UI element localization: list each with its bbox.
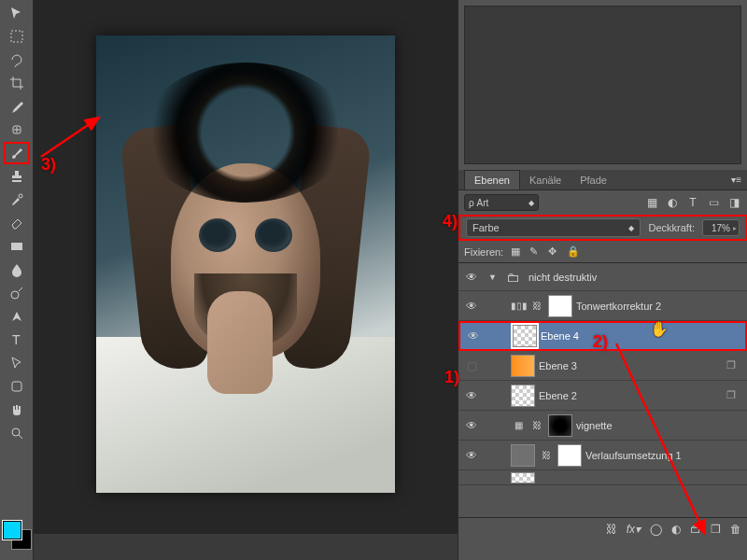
filter-shape-icon[interactable]: ▭ — [706, 195, 721, 210]
annotation-3: 3) — [41, 155, 56, 175]
panel-tabs: Ebenen Kanäle Pfade ▾≡ — [458, 170, 747, 190]
eraser-tool[interactable] — [4, 212, 30, 234]
lock-transparency-icon[interactable]: ▦ — [511, 245, 524, 259]
filter-pixel-icon[interactable]: ▦ — [644, 195, 659, 210]
svg-rect-0 — [11, 31, 22, 42]
layer-copy-icon[interactable]: ❐ — [726, 389, 741, 401]
stamp-tool[interactable] — [4, 165, 30, 188]
layer-filter-row: ρ Art◆ ▦ ◐ T ▭ ◨ — [458, 190, 747, 215]
gradient-tool[interactable] — [4, 235, 30, 258]
eyedropper-tool[interactable] — [4, 95, 30, 118]
visibility-toggle[interactable]: 👁 — [458, 419, 485, 432]
visibility-toggle[interactable]: 👁 — [458, 449, 485, 462]
layer-mask-thumb[interactable] — [557, 444, 582, 467]
layer-lock-row: Fixieren: ▦ ✎ ✥ 🔒 — [458, 241, 747, 263]
document-canvas[interactable] — [34, 0, 458, 534]
tools-panel: T — [0, 0, 34, 560]
lock-position-icon[interactable]: ✥ — [548, 245, 561, 259]
image-preview — [96, 35, 395, 493]
layer-thumb[interactable] — [511, 472, 535, 483]
opacity-label: Deckkraft: — [648, 222, 695, 233]
foreground-color-swatch[interactable] — [3, 521, 21, 539]
svg-rect-7 — [12, 382, 21, 391]
layer-name[interactable]: nicht destruktiv — [529, 272, 597, 283]
filter-smart-icon[interactable]: ◨ — [726, 195, 741, 210]
annotation-1: 1) — [444, 368, 459, 387]
link-icon[interactable]: ⛓ — [529, 301, 544, 311]
folder-icon: 🗀 — [500, 266, 525, 288]
lock-label: Fixieren: — [464, 246, 503, 258]
tab-layers[interactable]: Ebenen — [464, 170, 520, 189]
visibility-toggle[interactable]: 👁 — [458, 389, 485, 402]
svg-point-3 — [19, 194, 22, 198]
layer-thumb[interactable] — [513, 325, 537, 347]
layer-name[interactable]: Ebene 4 — [541, 330, 579, 342]
path-select-tool[interactable] — [4, 352, 30, 374]
healing-tool[interactable] — [4, 119, 30, 141]
annotation-2: 2) — [593, 332, 608, 352]
brush-tool[interactable] — [4, 142, 30, 164]
marquee-tool[interactable] — [4, 25, 30, 48]
visibility-toggle[interactable]: 👁 — [458, 271, 485, 284]
annotation-4: 4) — [443, 212, 458, 231]
group-collapse-icon[interactable]: ▼ — [488, 273, 497, 282]
filter-type-icon[interactable]: T — [685, 195, 700, 210]
panel-preview-empty — [464, 6, 741, 164]
opacity-input[interactable]: 17% — [702, 219, 740, 236]
layer-name[interactable]: Ebene 2 — [539, 390, 577, 401]
layer-group[interactable]: 👁 ▼ 🗀 nicht destruktiv — [458, 263, 747, 291]
layer-mask-thumb[interactable] — [548, 295, 572, 317]
lock-all-icon[interactable]: 🔒 — [567, 245, 580, 259]
lock-pixels-icon[interactable]: ✎ — [529, 245, 543, 259]
history-brush-tool[interactable] — [4, 189, 30, 211]
svg-line-10 — [616, 343, 705, 534]
adjustment-icon: ▮▯▮ — [511, 301, 526, 311]
link-icon[interactable]: ⛓ — [529, 420, 544, 430]
cursor-icon: ✋ — [650, 320, 669, 338]
delete-layer-icon[interactable]: 🗑 — [730, 523, 741, 536]
tab-paths[interactable]: Pfade — [571, 170, 616, 189]
svg-point-8 — [12, 428, 20, 436]
tab-channels[interactable]: Kanäle — [520, 170, 571, 189]
visibility-toggle[interactable]: ▢ — [458, 359, 485, 372]
color-swatches[interactable] — [3, 521, 31, 549]
hand-tool[interactable] — [4, 399, 30, 421]
link-icon[interactable]: ⛓ — [539, 450, 554, 460]
filter-adjustment-icon[interactable]: ◐ — [665, 195, 680, 210]
move-tool[interactable] — [4, 2, 30, 24]
layer-name[interactable]: Ebene 3 — [539, 360, 577, 371]
layer-mask-thumb[interactable] — [548, 414, 572, 437]
layer-copy-icon[interactable]: ❐ — [726, 359, 741, 371]
svg-point-5 — [11, 291, 19, 299]
svg-rect-2 — [12, 180, 21, 182]
svg-line-9 — [41, 118, 99, 157]
crop-tool[interactable] — [4, 72, 30, 94]
visibility-toggle[interactable]: 👁 — [460, 329, 486, 343]
layer-name[interactable]: Tonwertkorrektur 2 — [576, 301, 661, 312]
annotation-arrow-2 — [607, 338, 719, 543]
pen-tool[interactable] — [4, 305, 30, 328]
layer-thumb[interactable] — [511, 355, 535, 377]
type-tool[interactable]: T — [4, 329, 30, 351]
zoom-tool[interactable] — [4, 422, 30, 444]
panel-menu-icon[interactable]: ▾≡ — [731, 175, 741, 185]
adjustment-thumb[interactable] — [511, 444, 535, 467]
layer-thumb[interactable] — [511, 385, 535, 407]
shape-tool[interactable] — [4, 375, 30, 398]
dodge-tool[interactable] — [4, 282, 30, 304]
blend-opacity-row: Farbe◆ Deckkraft: 17% — [458, 215, 747, 241]
svg-text:T: T — [12, 332, 21, 347]
layer-filter-kind[interactable]: ρ Art◆ — [464, 194, 539, 211]
blend-mode-select[interactable]: Farbe◆ — [466, 218, 641, 237]
blur-tool[interactable] — [4, 259, 30, 281]
lasso-tool[interactable] — [4, 49, 30, 71]
visibility-toggle[interactable]: 👁 — [458, 300, 485, 313]
adjustment-icon: ▦ — [511, 420, 526, 430]
layer-row[interactable]: 👁 ▮▯▮ ⛓ Tonwertkorrektur 2 — [458, 291, 747, 321]
svg-rect-4 — [11, 243, 22, 250]
